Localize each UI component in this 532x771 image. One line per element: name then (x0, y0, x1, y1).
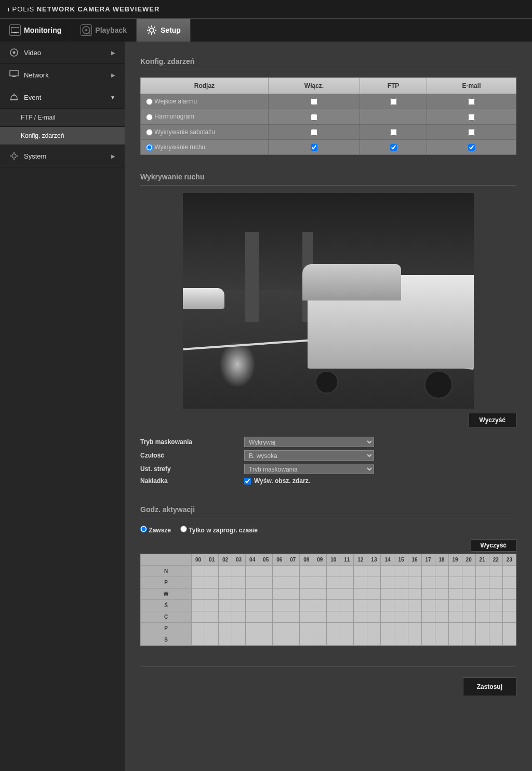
schedule-cell[interactable] (232, 577, 246, 589)
schedule-cell[interactable] (489, 634, 502, 646)
schedule-cell[interactable] (273, 600, 286, 611)
mask-mode-select[interactable]: Wykrywaj (244, 437, 374, 447)
schedule-cell[interactable] (421, 577, 435, 589)
schedule-cell[interactable] (219, 589, 232, 600)
ftp-checkbox[interactable] (390, 98, 397, 105)
sidebar-item-event[interactable]: Event ▼ (0, 86, 125, 109)
schedule-cell[interactable] (300, 611, 313, 623)
schedule-cell[interactable] (313, 577, 327, 589)
schedule-cell[interactable] (475, 600, 489, 611)
schedule-cell[interactable] (394, 600, 408, 611)
schedule-cell[interactable] (273, 566, 286, 577)
schedule-cell[interactable] (502, 611, 516, 623)
schedule-cell[interactable] (421, 600, 435, 611)
apply-button[interactable]: Zastosuj (463, 677, 516, 696)
schedule-cell[interactable] (313, 623, 327, 634)
schedule-cell[interactable] (313, 611, 327, 623)
schedule-cell[interactable] (192, 623, 205, 634)
schedule-cell[interactable] (502, 634, 516, 646)
schedule-cell[interactable] (421, 566, 435, 577)
schedule-cell[interactable] (219, 611, 232, 623)
schedule-cell[interactable] (462, 623, 475, 634)
schedule-cell[interactable] (219, 634, 232, 646)
schedule-cell[interactable] (205, 589, 219, 600)
schedule-cell[interactable] (475, 566, 489, 577)
schedule-cell[interactable] (246, 577, 259, 589)
schedule-cell[interactable] (502, 589, 516, 600)
schedule-cell[interactable] (219, 566, 232, 577)
schedule-cell[interactable] (286, 611, 300, 623)
schedule-cell[interactable] (205, 623, 219, 634)
schedule-cell[interactable] (259, 600, 273, 611)
schedule-cell[interactable] (259, 611, 273, 623)
schedule-cell[interactable] (489, 623, 502, 634)
schedule-cell[interactable] (421, 589, 435, 600)
schedule-cell[interactable] (354, 611, 367, 623)
schedule-cell[interactable] (354, 600, 367, 611)
schedule-cell[interactable] (475, 634, 489, 646)
schedule-cell[interactable] (408, 566, 421, 577)
schedule-cell[interactable] (219, 600, 232, 611)
schedule-cell[interactable] (300, 589, 313, 600)
schedule-cell[interactable] (475, 589, 489, 600)
schedule-cell[interactable] (502, 566, 516, 577)
schedule-cell[interactable] (300, 634, 313, 646)
schedule-cell[interactable] (435, 611, 448, 623)
schedule-cell[interactable] (232, 611, 246, 623)
schedule-cell[interactable] (475, 577, 489, 589)
schedule-cell[interactable] (286, 577, 300, 589)
clear-button[interactable]: Wyczyść (469, 413, 516, 427)
schedule-cell[interactable] (205, 566, 219, 577)
schedule-cell[interactable] (462, 589, 475, 600)
sidebar-item-video[interactable]: Video ▶ (0, 42, 125, 64)
schedule-cell[interactable] (462, 634, 475, 646)
schedule-cell[interactable] (192, 600, 205, 611)
schedule-cell[interactable] (448, 589, 462, 600)
schedule-cell[interactable] (300, 566, 313, 577)
email-checkbox[interactable] (468, 144, 475, 151)
sidebar-item-system[interactable]: System ▶ (0, 145, 125, 167)
schedule-cell[interactable] (259, 577, 273, 589)
schedule-cell[interactable] (205, 600, 219, 611)
schedule-cell[interactable] (340, 566, 354, 577)
sensitivity-select[interactable]: B. wysoka (244, 450, 374, 461)
schedule-cell[interactable] (327, 623, 340, 634)
camera-preview[interactable] (183, 193, 474, 409)
schedule-cell[interactable] (448, 611, 462, 623)
schedule-cell[interactable] (286, 589, 300, 600)
schedule-cell[interactable] (367, 611, 381, 623)
schedule-cell[interactable] (340, 623, 354, 634)
schedule-cell[interactable] (340, 634, 354, 646)
schedule-cell[interactable] (421, 611, 435, 623)
email-checkbox[interactable] (468, 98, 475, 105)
sidebar-sub-ftp-email[interactable]: FTP / E-mail (0, 109, 125, 127)
schedule-cell[interactable] (340, 600, 354, 611)
schedule-cell[interactable] (462, 611, 475, 623)
schedule-cell[interactable] (327, 634, 340, 646)
schedule-cell[interactable] (381, 566, 394, 577)
email-checkbox[interactable] (468, 129, 475, 136)
tab-playback[interactable]: Playback (71, 19, 137, 42)
schedule-cell[interactable] (367, 566, 381, 577)
schedule-cell[interactable] (300, 577, 313, 589)
schedule-cell[interactable] (327, 600, 340, 611)
activation-always-option[interactable]: Zawsze (140, 526, 171, 534)
schedule-cell[interactable] (408, 577, 421, 589)
schedule-cell[interactable] (286, 600, 300, 611)
schedule-cell[interactable] (300, 623, 313, 634)
schedule-cell[interactable] (232, 634, 246, 646)
schedule-cell[interactable] (367, 577, 381, 589)
schedule-cell[interactable] (327, 566, 340, 577)
schedule-cell[interactable] (327, 577, 340, 589)
schedule-cell[interactable] (273, 577, 286, 589)
schedule-cell[interactable] (192, 566, 205, 577)
schedule-cell[interactable] (448, 566, 462, 577)
schedule-cell[interactable] (502, 600, 516, 611)
schedule-cell[interactable] (381, 577, 394, 589)
schedule-cell[interactable] (462, 577, 475, 589)
schedule-cell[interactable] (394, 589, 408, 600)
schedule-cell[interactable] (273, 623, 286, 634)
tab-setup[interactable]: Setup (137, 19, 191, 42)
email-checkbox[interactable] (468, 114, 475, 121)
schedule-cell[interactable] (381, 611, 394, 623)
